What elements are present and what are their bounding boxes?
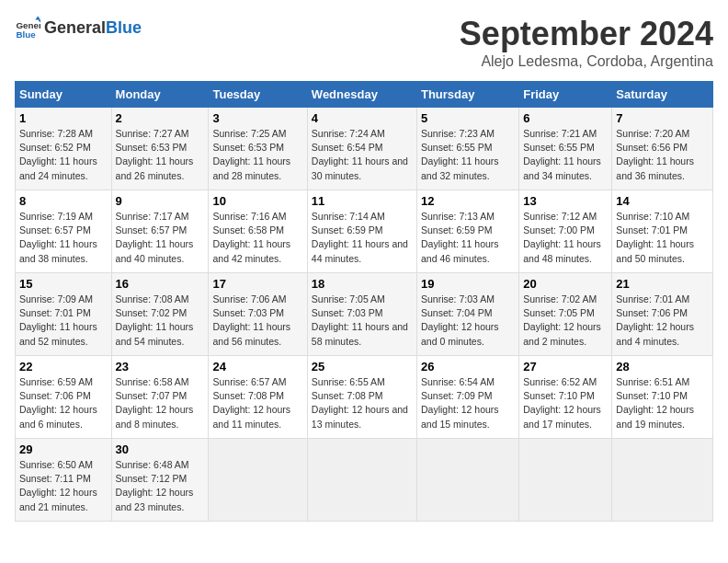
day-number: 16 — [116, 277, 205, 291]
table-row — [416, 439, 518, 522]
day-info: Sunrise: 7:20 AMSunset: 6:56 PMDaylight:… — [616, 128, 694, 181]
day-info: Sunrise: 7:14 AMSunset: 6:59 PMDaylight:… — [312, 211, 408, 264]
day-number: 24 — [212, 360, 302, 373]
day-number: 27 — [523, 360, 608, 373]
table-row: 20 Sunrise: 7:02 AMSunset: 7:05 PMDaylig… — [519, 273, 612, 356]
col-saturday: Saturday — [612, 82, 713, 108]
day-number: 7 — [616, 111, 709, 125]
table-row: 28 Sunrise: 6:51 AMSunset: 7:10 PMDaylig… — [612, 356, 713, 439]
day-info: Sunrise: 6:55 AMSunset: 7:08 PMDaylight:… — [312, 376, 408, 430]
day-info: Sunrise: 6:58 AMSunset: 7:07 PMDaylight:… — [116, 376, 194, 430]
table-row: 12 Sunrise: 7:13 AMSunset: 6:59 PMDaylig… — [416, 190, 518, 273]
table-row: 19 Sunrise: 7:03 AMSunset: 7:04 PMDaylig… — [416, 273, 518, 356]
col-wednesday: Wednesday — [307, 82, 416, 108]
day-info: Sunrise: 7:01 AMSunset: 7:06 PMDaylight:… — [616, 293, 694, 347]
day-info: Sunrise: 6:59 AMSunset: 7:06 PMDaylight:… — [19, 376, 97, 430]
table-row: 26 Sunrise: 6:54 AMSunset: 7:09 PMDaylig… — [416, 356, 518, 439]
day-number: 26 — [421, 360, 515, 373]
table-row: 16 Sunrise: 7:08 AMSunset: 7:02 PMDaylig… — [111, 273, 209, 356]
table-row: 8 Sunrise: 7:19 AMSunset: 6:57 PMDayligh… — [16, 190, 112, 273]
day-number: 4 — [312, 111, 413, 125]
day-info: Sunrise: 7:21 AMSunset: 6:55 PMDaylight:… — [523, 128, 601, 181]
table-row: 23 Sunrise: 6:58 AMSunset: 7:07 PMDaylig… — [111, 356, 209, 439]
day-number: 12 — [421, 194, 515, 208]
day-number: 18 — [312, 277, 413, 291]
table-row: 25 Sunrise: 6:55 AMSunset: 7:08 PMDaylig… — [307, 356, 416, 439]
table-row: 21 Sunrise: 7:01 AMSunset: 7:06 PMDaylig… — [612, 273, 713, 356]
day-info: Sunrise: 6:50 AMSunset: 7:11 PMDaylight:… — [19, 459, 97, 512]
table-row: 9 Sunrise: 7:17 AMSunset: 6:57 PMDayligh… — [111, 190, 209, 273]
day-info: Sunrise: 7:02 AMSunset: 7:05 PMDaylight:… — [523, 293, 601, 347]
svg-marker-2 — [35, 16, 40, 19]
day-number: 9 — [116, 194, 205, 208]
day-info: Sunrise: 7:27 AMSunset: 6:53 PMDaylight:… — [116, 128, 194, 181]
day-info: Sunrise: 7:25 AMSunset: 6:53 PMDaylight:… — [212, 128, 290, 181]
day-number: 6 — [523, 111, 608, 125]
day-info: Sunrise: 7:12 AMSunset: 7:00 PMDaylight:… — [523, 211, 601, 264]
day-info: Sunrise: 7:03 AMSunset: 7:04 PMDaylight:… — [421, 293, 499, 347]
title-section: September 2024 Alejo Ledesma, Cordoba, A… — [460, 15, 713, 70]
day-info: Sunrise: 7:05 AMSunset: 7:03 PMDaylight:… — [312, 293, 408, 347]
table-row: 4 Sunrise: 7:24 AMSunset: 6:54 PMDayligh… — [307, 108, 416, 190]
day-info: Sunrise: 7:23 AMSunset: 6:55 PMDaylight:… — [421, 128, 499, 181]
day-number: 22 — [19, 360, 108, 373]
calendar-week-row: 15 Sunrise: 7:09 AMSunset: 7:01 PMDaylig… — [16, 273, 713, 356]
calendar-week-row: 29 Sunrise: 6:50 AMSunset: 7:11 PMDaylig… — [16, 439, 713, 522]
table-row — [612, 439, 713, 522]
day-number: 10 — [212, 194, 302, 208]
day-number: 3 — [212, 111, 302, 125]
calendar-week-row: 1 Sunrise: 7:28 AMSunset: 6:52 PMDayligh… — [16, 108, 713, 190]
calendar-week-row: 22 Sunrise: 6:59 AMSunset: 7:06 PMDaylig… — [16, 356, 713, 439]
col-sunday: Sunday — [16, 82, 112, 108]
day-number: 30 — [116, 442, 205, 456]
calendar-header-row: Sunday Monday Tuesday Wednesday Thursday… — [16, 82, 713, 108]
logo-general: General — [44, 18, 106, 37]
table-row: 22 Sunrise: 6:59 AMSunset: 7:06 PMDaylig… — [16, 356, 112, 439]
logo-icon: General Blue — [15, 15, 40, 40]
table-row: 7 Sunrise: 7:20 AMSunset: 6:56 PMDayligh… — [612, 108, 713, 190]
day-info: Sunrise: 7:10 AMSunset: 7:01 PMDaylight:… — [616, 211, 694, 264]
day-number: 8 — [19, 194, 108, 208]
subtitle: Alejo Ledesma, Cordoba, Argentina — [460, 53, 713, 70]
day-info: Sunrise: 7:19 AMSunset: 6:57 PMDaylight:… — [19, 211, 97, 264]
day-info: Sunrise: 6:51 AMSunset: 7:10 PMDaylight:… — [616, 376, 694, 430]
table-row: 27 Sunrise: 6:52 AMSunset: 7:10 PMDaylig… — [519, 356, 612, 439]
day-number: 2 — [116, 111, 205, 125]
table-row — [307, 439, 416, 522]
day-number: 23 — [116, 360, 205, 373]
day-number: 29 — [19, 442, 108, 456]
calendar-table: Sunday Monday Tuesday Wednesday Thursday… — [15, 81, 713, 522]
day-info: Sunrise: 7:17 AMSunset: 6:57 PMDaylight:… — [116, 211, 194, 264]
table-row: 30 Sunrise: 6:48 AMSunset: 7:12 PMDaylig… — [111, 439, 209, 522]
day-number: 25 — [312, 360, 413, 373]
day-info: Sunrise: 7:28 AMSunset: 6:52 PMDaylight:… — [19, 128, 97, 181]
page-header: General Blue GeneralBlue September 2024 … — [15, 15, 713, 70]
day-number: 5 — [421, 111, 515, 125]
day-number: 21 — [616, 277, 709, 291]
table-row: 10 Sunrise: 7:16 AMSunset: 6:58 PMDaylig… — [209, 190, 307, 273]
table-row — [519, 439, 612, 522]
day-info: Sunrise: 7:09 AMSunset: 7:01 PMDaylight:… — [19, 293, 97, 347]
main-title: September 2024 — [460, 15, 713, 53]
calendar-week-row: 8 Sunrise: 7:19 AMSunset: 6:57 PMDayligh… — [16, 190, 713, 273]
svg-text:Blue: Blue — [16, 29, 36, 40]
table-row: 6 Sunrise: 7:21 AMSunset: 6:55 PMDayligh… — [519, 108, 612, 190]
table-row — [209, 439, 307, 522]
day-number: 11 — [312, 194, 413, 208]
day-info: Sunrise: 7:08 AMSunset: 7:02 PMDaylight:… — [116, 293, 194, 347]
day-info: Sunrise: 7:16 AMSunset: 6:58 PMDaylight:… — [212, 211, 290, 264]
day-number: 1 — [19, 111, 108, 125]
day-number: 14 — [616, 194, 709, 208]
col-thursday: Thursday — [416, 82, 518, 108]
table-row: 11 Sunrise: 7:14 AMSunset: 6:59 PMDaylig… — [307, 190, 416, 273]
day-number: 20 — [523, 277, 608, 291]
table-row: 13 Sunrise: 7:12 AMSunset: 7:00 PMDaylig… — [519, 190, 612, 273]
table-row: 5 Sunrise: 7:23 AMSunset: 6:55 PMDayligh… — [416, 108, 518, 190]
table-row: 15 Sunrise: 7:09 AMSunset: 7:01 PMDaylig… — [16, 273, 112, 356]
col-friday: Friday — [519, 82, 612, 108]
day-info: Sunrise: 7:06 AMSunset: 7:03 PMDaylight:… — [212, 293, 290, 347]
col-tuesday: Tuesday — [209, 82, 307, 108]
table-row: 14 Sunrise: 7:10 AMSunset: 7:01 PMDaylig… — [612, 190, 713, 273]
logo-blue: Blue — [106, 18, 142, 37]
day-number: 28 — [616, 360, 709, 373]
